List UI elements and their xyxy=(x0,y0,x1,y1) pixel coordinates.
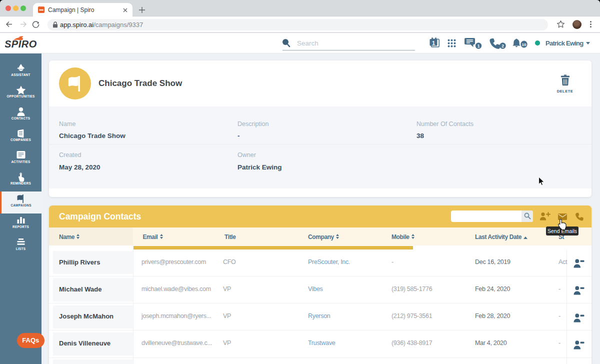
svg-text:10: 10 xyxy=(522,42,526,47)
svg-text:2: 2 xyxy=(502,44,504,48)
svg-text:1: 1 xyxy=(432,40,435,46)
svg-text:1: 1 xyxy=(478,44,480,48)
